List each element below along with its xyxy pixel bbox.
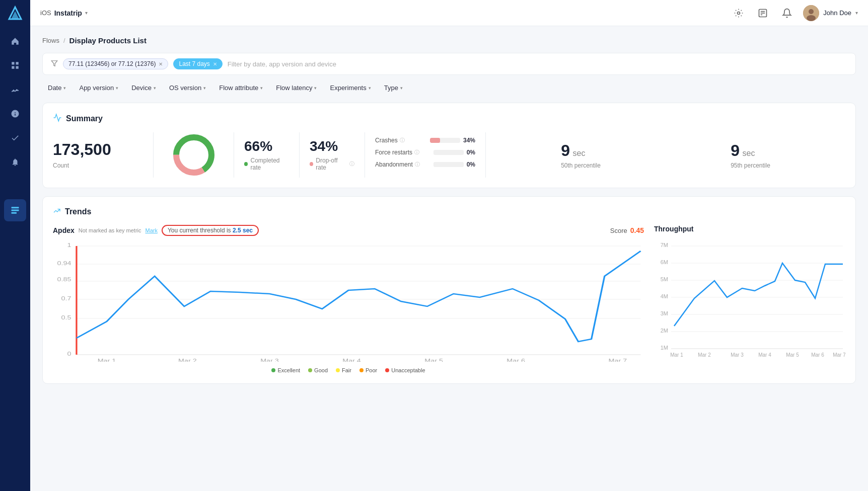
bell-icon[interactable] (779, 5, 795, 21)
svg-text:7M: 7M (661, 242, 668, 248)
count-label: Count (53, 162, 143, 169)
throughput-panel: Throughput 7M 6M 5M 4M 3M 2M 1 (654, 225, 845, 373)
filter-icon (51, 60, 58, 68)
top-nav: iOS Instatrip ▾ (30, 0, 868, 26)
abandonment-value-wrap: 0% (433, 161, 475, 168)
svg-text:5M: 5M (661, 276, 668, 282)
svg-text:Mar 6: Mar 6 (811, 352, 824, 358)
throughput-title: Throughput (654, 225, 694, 233)
sidebar-item-notifications[interactable] (4, 151, 26, 173)
apdex-mark-link[interactable]: Mark (146, 227, 158, 233)
abandonment-metric: Abandonment ⓘ 0% (375, 161, 475, 168)
sidebar-item-analytics[interactable] (4, 78, 26, 101)
os-version-dropdown[interactable]: OS version ▾ (164, 81, 211, 95)
sidebar-item-sessions[interactable] (4, 175, 26, 197)
svg-rect-2 (12, 62, 14, 64)
svg-point-9 (738, 12, 740, 14)
p50-label: 50th percentile (561, 162, 601, 169)
summary-title: Summary (66, 114, 103, 123)
svg-text:0: 0 (67, 351, 71, 357)
sidebar-item-checks[interactable] (4, 127, 26, 149)
svg-text:2M: 2M (661, 328, 668, 334)
flow-attribute-dropdown[interactable]: Flow attribute ▾ (213, 81, 268, 95)
svg-text:Mar 1: Mar 1 (98, 358, 116, 362)
p50-unit: sec (573, 149, 586, 157)
date-filter-close[interactable]: ✕ (213, 61, 217, 67)
date-dropdown[interactable]: Date ▾ (42, 81, 71, 95)
date-filter-value: Last 7 days (179, 60, 209, 67)
version-filter-value: 77.11 (123456) or 77.12 (12376) (68, 60, 156, 67)
p95-unit: sec (743, 149, 755, 157)
abandonment-info-icon[interactable]: ⓘ (415, 161, 420, 168)
p50-value: 9 (561, 141, 570, 159)
apdex-not-key: Not marked as key metric (79, 227, 141, 233)
version-filter-close[interactable]: ✕ (159, 61, 163, 67)
legend-fair: Fair (336, 367, 351, 373)
dropoff-rate-metric: 34% Drop-off rate ⓘ (300, 132, 365, 178)
svg-text:Mar 3: Mar 3 (731, 352, 744, 358)
sidebar-item-reports[interactable] (4, 54, 26, 76)
svg-text:Mar 2: Mar 2 (698, 352, 711, 358)
svg-text:Mar 2: Mar 2 (178, 358, 197, 362)
app-selector[interactable]: iOS Instatrip ▾ (40, 9, 88, 17)
svg-point-15 (809, 9, 814, 14)
score-value: 0.45 (630, 226, 644, 234)
svg-text:0.5: 0.5 (61, 314, 71, 321)
user-menu-chevron: ▾ (855, 10, 858, 16)
svg-text:Mar 5: Mar 5 (424, 358, 443, 362)
app-name-label: Instatrip (54, 9, 82, 17)
svg-point-16 (807, 15, 816, 21)
app-version-dropdown[interactable]: App version ▾ (74, 81, 124, 95)
svg-text:Mar 1: Mar 1 (670, 352, 683, 358)
svg-text:Mar 7: Mar 7 (609, 358, 627, 362)
apdex-svg: 1 0.94 0.85 0.7 0.5 0 (53, 241, 644, 362)
svg-text:1M: 1M (661, 345, 668, 351)
svg-rect-6 (12, 207, 19, 208)
crashes-info-icon[interactable]: ⓘ (400, 137, 405, 144)
device-dropdown[interactable]: Device ▾ (126, 81, 162, 95)
legend-poor: Poor (359, 367, 377, 373)
svg-rect-3 (16, 62, 19, 64)
dropoff-rate-value: 34% (310, 139, 354, 154)
crashes-metric: Crashes ⓘ 34% (375, 137, 475, 144)
p50-metric: 9 sec 50th percentile (561, 141, 601, 169)
force-restarts-value-wrap: 0% (433, 149, 475, 156)
svg-text:Mar 5: Mar 5 (786, 352, 799, 358)
trends-title: Trends (65, 207, 91, 216)
version-filter-tag[interactable]: 77.11 (123456) or 77.12 (12376) ✕ (63, 58, 168, 69)
dropoff-dot (310, 162, 313, 166)
svg-text:3M: 3M (661, 310, 668, 316)
svg-text:Mar 7: Mar 7 (833, 352, 845, 358)
breadcrumb-parent[interactable]: Flows (42, 37, 59, 44)
dropoff-info-icon[interactable]: ⓘ (349, 160, 354, 168)
sidebar-item-alerts[interactable] (4, 103, 26, 125)
type-dropdown[interactable]: Type ▾ (379, 81, 408, 95)
user-name-label: John Doe (823, 9, 851, 17)
p95-label: 95th percentile (731, 162, 770, 169)
svg-text:0.85: 0.85 (57, 276, 71, 283)
sidebar-item-home[interactable] (4, 30, 26, 52)
svg-marker-17 (51, 60, 57, 66)
notes-icon[interactable] (755, 5, 771, 21)
abandonment-label: Abandonment ⓘ (375, 161, 420, 168)
apdex-score-wrap: Score 0.45 (610, 226, 644, 234)
p95-value: 9 (731, 141, 740, 159)
sidebar-item-flows[interactable] (4, 199, 26, 221)
main-content: iOS Instatrip ▾ (30, 0, 868, 491)
crashes-value-wrap: 34% (430, 137, 475, 144)
p95-metric: 9 sec 95th percentile (731, 141, 770, 169)
settings-icon[interactable] (731, 5, 747, 21)
date-filter-tag[interactable]: Last 7 days ✕ (173, 58, 222, 69)
svg-text:1: 1 (67, 242, 71, 249)
svg-rect-5 (16, 66, 19, 69)
crashes-value: 34% (463, 137, 475, 144)
count-value: 173,500 (53, 141, 143, 158)
donut-svg (171, 132, 216, 178)
experiments-dropdown[interactable]: Experiments ▾ (324, 81, 376, 95)
user-menu[interactable]: John Doe ▾ (803, 5, 858, 21)
dropdown-toolbar: Date ▾ App version ▾ Device ▾ OS version… (42, 81, 856, 95)
avatar (803, 5, 819, 21)
force-restarts-info-icon[interactable]: ⓘ (414, 149, 419, 156)
svg-rect-7 (12, 210, 19, 211)
flow-latency-dropdown[interactable]: Flow latency ▾ (270, 81, 322, 95)
